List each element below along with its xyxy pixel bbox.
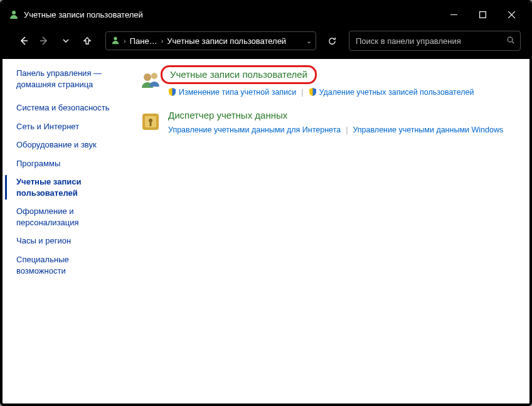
window-title: Учетные записи пользователей <box>24 10 439 19</box>
category-user-accounts: Учетные записи пользователей Изменение т… <box>139 68 517 98</box>
svg-point-0 <box>12 11 16 14</box>
manage-windows-credentials-link[interactable]: Управление учетными данными Windows <box>353 124 503 136</box>
minimize-button[interactable] <box>439 4 468 24</box>
shield-icon <box>168 88 176 96</box>
credential-manager-heading[interactable]: Диспетчер учетных данных <box>168 109 287 122</box>
svg-rect-15 <box>150 122 152 126</box>
sidebar: Панель управления — домашняя страница Си… <box>3 59 128 403</box>
search-box[interactable] <box>349 31 521 51</box>
breadcrumb-root[interactable]: Пане… <box>130 36 157 46</box>
refresh-button[interactable] <box>322 31 341 50</box>
sidebar-item-hardware-sound[interactable]: Оборудование и звук <box>16 136 128 154</box>
recent-locations-button[interactable] <box>56 31 75 50</box>
user-accounts-sublinks: Изменение типа учетной записи | Удаление… <box>168 87 474 99</box>
close-button[interactable] <box>497 4 526 24</box>
up-button[interactable] <box>78 31 97 50</box>
remove-user-accounts-link[interactable]: Удаление учетных записей пользователей <box>309 87 474 99</box>
sidebar-item-network-internet[interactable]: Сеть и Интернет <box>16 117 128 136</box>
sidebar-item-system-security[interactable]: Система и безопасность <box>16 99 128 117</box>
sidebar-item-programs[interactable]: Программы <box>16 154 128 173</box>
content-area: Учетные записи пользователей Изменение т… <box>128 59 529 403</box>
sidebar-item-appearance[interactable]: Оформление и персонализация <box>16 202 128 232</box>
manage-web-credentials-link[interactable]: Управление учетными данными для Интернет… <box>168 124 341 136</box>
search-input[interactable] <box>354 36 506 46</box>
svg-rect-2 <box>479 11 486 18</box>
svg-point-11 <box>151 73 157 79</box>
user-accounts-icon <box>9 9 19 19</box>
forward-button[interactable] <box>35 31 54 50</box>
sidebar-item-user-accounts[interactable]: Учетные записи пользователей <box>16 173 128 202</box>
credential-manager-icon <box>139 110 162 133</box>
sidebar-item-accessibility[interactable]: Специальные возможности <box>16 250 128 280</box>
svg-line-9 <box>512 41 514 43</box>
chevron-right-icon: › <box>124 37 126 45</box>
back-button[interactable] <box>14 31 33 50</box>
titlebar: Учетные записи пользователей <box>3 3 529 26</box>
separator: | <box>301 87 303 99</box>
category-credential-manager: Диспетчер учетных данных Управление учет… <box>139 109 517 136</box>
control-panel-home-link[interactable]: Панель управления — домашняя страница <box>16 68 128 90</box>
link-label: Управление учетными данными Windows <box>353 124 503 136</box>
link-label: Изменение типа учетной записи <box>179 87 296 99</box>
change-account-type-link[interactable]: Изменение типа учетной записи <box>168 87 296 99</box>
search-icon[interactable] <box>506 36 515 46</box>
user-accounts-icon <box>111 36 120 46</box>
body: Панель управления — домашняя страница Си… <box>3 59 529 403</box>
user-accounts-category-icon <box>139 69 162 92</box>
maximize-button[interactable] <box>468 4 497 24</box>
window-frame: Учетные записи пользователей › <box>0 0 532 406</box>
chevron-right-icon: › <box>161 37 164 45</box>
user-accounts-heading-label: Учетные записи пользователей <box>170 69 307 80</box>
svg-point-10 <box>144 73 151 81</box>
user-accounts-heading[interactable]: Учетные записи пользователей <box>161 65 317 84</box>
credential-manager-sublinks: Управление учетными данными для Интернет… <box>168 124 503 136</box>
chevron-down-icon[interactable]: ⌄ <box>306 37 312 45</box>
link-label: Удаление учетных записей пользователей <box>319 87 474 99</box>
separator: | <box>346 124 348 136</box>
breadcrumb[interactable]: › Пане… › Учетные записи пользователей ⌄ <box>105 31 316 50</box>
shield-icon <box>309 88 317 96</box>
link-label: Управление учетными данными для Интернет… <box>168 124 341 136</box>
svg-point-7 <box>114 36 117 40</box>
navbar: › Пане… › Учетные записи пользователей ⌄ <box>3 26 529 59</box>
breadcrumb-current[interactable]: Учетные записи пользователей <box>167 36 286 46</box>
svg-point-8 <box>508 37 513 42</box>
sidebar-item-clock-region[interactable]: Часы и регион <box>16 232 128 250</box>
